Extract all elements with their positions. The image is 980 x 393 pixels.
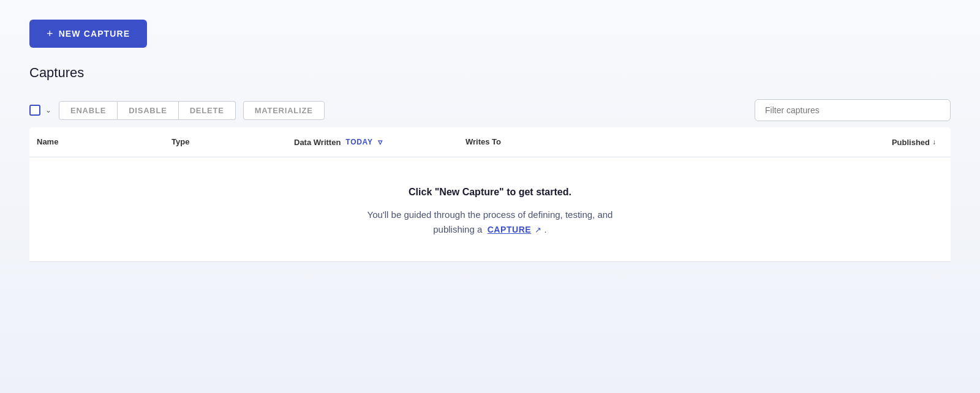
action-button-group: ENABLE DISABLE DELETE xyxy=(59,101,236,120)
filter-icon[interactable]: ▿ xyxy=(378,137,382,147)
select-all-checkbox[interactable] xyxy=(29,105,40,116)
materialize-button[interactable]: MATERIALIZE xyxy=(243,101,325,120)
sort-down-icon[interactable]: ↓ xyxy=(932,138,936,146)
select-all-wrapper: ⌄ xyxy=(29,103,54,117)
filter-wrapper xyxy=(755,99,951,121)
chevron-down-icon[interactable]: ⌄ xyxy=(43,103,54,117)
enable-button[interactable]: ENABLE xyxy=(59,101,118,120)
filter-input[interactable] xyxy=(755,99,951,121)
data-written-label: Data Written xyxy=(294,138,341,147)
empty-state-primary-text: Click "New Capture" to get started. xyxy=(29,187,951,198)
table-header: Name Type Data Written TODAY ▿ Writes To… xyxy=(29,127,951,157)
external-link-icon: ↗ xyxy=(535,224,541,237)
empty-state: Click "New Capture" to get started. You'… xyxy=(29,157,951,261)
empty-secondary-end: . xyxy=(545,224,547,234)
table-divider xyxy=(29,261,951,262)
toolbar: ⌄ ENABLE DISABLE DELETE MATERIALIZE xyxy=(29,93,951,127)
new-capture-label: NEW CAPTURE xyxy=(59,29,130,39)
empty-secondary-start: You'll be guided through the process of … xyxy=(368,209,613,220)
today-badge[interactable]: TODAY xyxy=(345,138,372,146)
column-type: Type xyxy=(164,135,287,149)
page-title: Captures xyxy=(29,65,951,81)
page-container: + NEW CAPTURE Captures ⌄ ENABLE DISABLE … xyxy=(0,0,980,282)
empty-state-secondary-text: You'll be guided through the process of … xyxy=(29,208,951,237)
capture-link[interactable]: CAPTURE xyxy=(488,225,532,234)
new-capture-button[interactable]: + NEW CAPTURE xyxy=(29,20,147,48)
plus-icon: + xyxy=(47,28,54,39)
column-data-written: Data Written TODAY ▿ xyxy=(287,135,458,149)
delete-button[interactable]: DELETE xyxy=(179,101,236,120)
empty-secondary-mid: publishing a xyxy=(433,224,482,234)
column-name: Name xyxy=(29,135,164,149)
column-published: Published ↓ xyxy=(828,135,951,149)
column-writes-to: Writes To xyxy=(458,135,828,149)
published-label: Published xyxy=(892,138,930,147)
disable-button[interactable]: DISABLE xyxy=(118,101,179,120)
captures-table: Name Type Data Written TODAY ▿ Writes To… xyxy=(29,127,951,262)
